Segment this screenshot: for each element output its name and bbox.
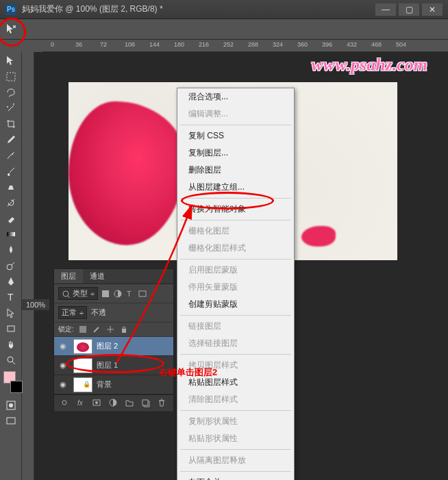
lock-all-icon[interactable]	[119, 325, 129, 334]
brush-tool[interactable]	[2, 164, 20, 179]
new-layer-icon[interactable]	[140, 398, 151, 409]
quick-mask-tool[interactable]	[2, 398, 20, 413]
menu-item: 选择链接图层	[177, 335, 294, 352]
document-title: 妈妈我爱你 @ 100% (图层 2, RGB/8) *	[22, 3, 375, 15]
svg-rect-0	[7, 73, 15, 81]
svg-rect-8	[7, 418, 15, 424]
menu-item[interactable]: 向下合并	[177, 474, 294, 480]
menu-separator	[180, 259, 291, 260]
eraser-tool[interactable]	[2, 211, 20, 226]
filter-shape-icon[interactable]	[138, 289, 147, 299]
healing-brush-tool[interactable]	[2, 148, 20, 163]
layer-name-label[interactable]: 背景	[97, 379, 171, 390]
svg-rect-13	[139, 291, 146, 296]
delete-layer-icon[interactable]	[157, 398, 168, 409]
svg-point-5	[8, 357, 13, 362]
magic-wand-tool[interactable]	[2, 101, 20, 116]
layer-row[interactable]: ◉ 图层 1	[54, 356, 173, 375]
menu-item: 停用矢量蒙版	[177, 279, 294, 296]
filter-adjustment-icon[interactable]	[113, 289, 123, 299]
layer-style-icon[interactable]: fx	[76, 398, 87, 409]
rectangle-tool[interactable]	[2, 321, 20, 336]
menu-item[interactable]: 创建剪贴蒙版	[177, 296, 294, 313]
visibility-toggle[interactable]: ◉	[57, 380, 69, 389]
close-button[interactable]: ✕	[422, 3, 443, 16]
background-color[interactable]	[10, 381, 23, 393]
menu-item: 栅格化图层	[177, 223, 294, 240]
gradient-tool[interactable]	[2, 227, 20, 242]
history-brush-tool[interactable]	[2, 195, 20, 210]
svg-rect-15	[122, 329, 126, 333]
screen-mode-tool[interactable]	[2, 414, 20, 429]
svg-text:T: T	[8, 292, 14, 303]
clone-stamp-tool[interactable]	[2, 179, 20, 194]
blur-tool[interactable]	[2, 242, 20, 257]
menu-item[interactable]: 转换为智能对象	[177, 201, 294, 218]
move-tool[interactable]	[2, 53, 20, 68]
layer-filter-kind[interactable]: 类型 ÷	[58, 287, 98, 300]
crop-tool[interactable]	[2, 116, 20, 131]
visibility-toggle[interactable]: ◉	[57, 342, 69, 351]
group-icon[interactable]	[125, 398, 136, 409]
visibility-toggle[interactable]: ◉	[57, 361, 69, 370]
svg-rect-1	[7, 232, 15, 236]
menu-item[interactable]: 从图层建立组...	[177, 179, 294, 196]
type-tool[interactable]: T	[2, 290, 20, 305]
maximize-button[interactable]: ▢	[399, 3, 419, 16]
menu-item: 启用图层蒙版	[177, 262, 294, 279]
menu-separator	[180, 315, 291, 316]
pen-tool[interactable]	[2, 274, 20, 289]
layer-row[interactable]: ◉ 🔒 背景	[54, 375, 173, 394]
menu-item[interactable]: 混合选项...	[177, 88, 294, 105]
lock-position-icon[interactable]	[105, 325, 115, 334]
tab-channels[interactable]: 通道	[83, 269, 112, 283]
path-selection-tool[interactable]	[2, 305, 20, 320]
menu-item[interactable]: 删除图层	[177, 162, 294, 179]
toolbox: T	[0, 52, 22, 480]
layer-thumbnail[interactable]	[73, 358, 92, 373]
filter-pixel-icon[interactable]	[101, 289, 110, 299]
menu-item: 从隔离图层释放	[177, 452, 294, 469]
zoom-indicator[interactable]: 100%	[22, 299, 49, 310]
marquee-tool[interactable]	[2, 69, 20, 84]
lock-paint-icon[interactable]	[92, 325, 101, 334]
annotation-text: 右键单击图层2	[159, 366, 217, 379]
layer-name-label[interactable]: 图层 2	[97, 341, 171, 351]
opacity-label: 不透	[91, 307, 106, 318]
svg-text:fx: fx	[77, 399, 84, 407]
menu-item: 链接图层	[177, 318, 294, 335]
hand-tool[interactable]	[2, 337, 20, 352]
adjustment-layer-icon[interactable]	[108, 398, 119, 409]
layer-thumbnail[interactable]: 🔒	[73, 377, 92, 392]
menu-item[interactable]: 复制图层...	[177, 144, 294, 162]
menu-separator	[180, 410, 291, 411]
lock-transparent-icon[interactable]	[78, 325, 88, 334]
menu-item: 编辑调整...	[177, 105, 294, 123]
menu-item: 粘贴形状属性	[177, 430, 294, 447]
lasso-tool[interactable]	[2, 85, 20, 100]
dodge-tool[interactable]	[2, 258, 20, 273]
svg-point-7	[9, 403, 13, 407]
blend-mode-dropdown[interactable]: 正常 ÷	[58, 306, 87, 319]
zoom-tool[interactable]	[2, 353, 20, 368]
svg-rect-10	[102, 290, 109, 297]
svg-point-2	[7, 264, 12, 270]
app-icon: Ps	[5, 4, 16, 15]
move-tool-indicator	[3, 21, 19, 38]
eyedropper-tool[interactable]	[2, 132, 20, 147]
lock-icon: 🔒	[83, 381, 90, 388]
layer-row[interactable]: ◉ 图层 2	[54, 337, 173, 356]
flower-image	[69, 101, 185, 245]
title-bar: Ps 妈妈我爱你 @ 100% (图层 2, RGB/8) * — ▢ ✕	[0, 0, 448, 19]
svg-point-9	[63, 291, 69, 296]
layer-thumbnail[interactable]	[73, 339, 92, 354]
layer-mask-icon[interactable]	[92, 398, 103, 409]
layers-panel: 图层 通道 类型 ÷ T 正常 ÷ 不透 锁定: ◉ 图层 2 ◉ 图层 1	[53, 268, 174, 412]
minimize-button[interactable]: —	[375, 3, 396, 16]
svg-text:T: T	[127, 290, 132, 298]
link-layers-icon[interactable]	[60, 398, 71, 409]
menu-item[interactable]: 复制 CSS	[177, 127, 294, 144]
color-swatch[interactable]	[3, 371, 18, 386]
tab-layers[interactable]: 图层	[54, 269, 83, 283]
filter-type-icon[interactable]: T	[125, 289, 135, 299]
